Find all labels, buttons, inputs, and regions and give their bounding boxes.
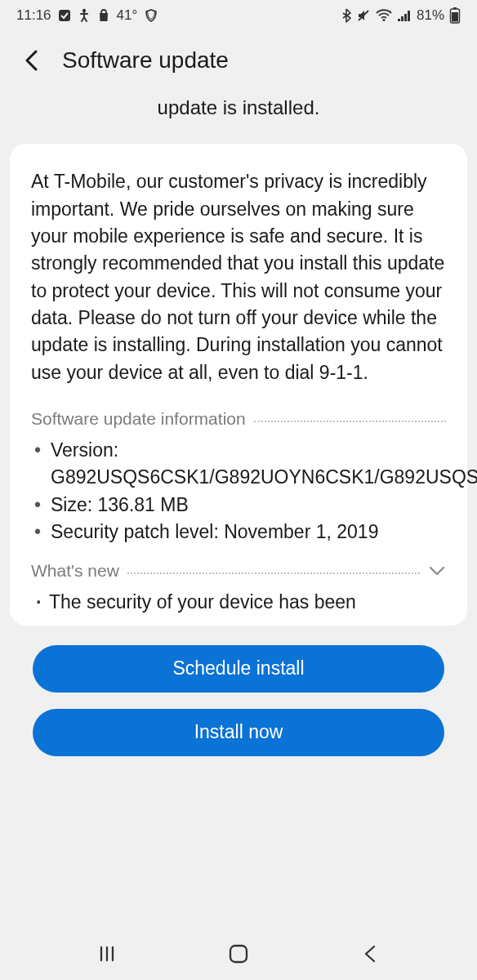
back-button[interactable] <box>20 48 44 73</box>
info-item-size: Size: 136.81 MB <box>31 492 446 519</box>
svg-point-3 <box>382 19 385 21</box>
nav-back-button[interactable] <box>354 938 386 970</box>
recents-button[interactable] <box>91 938 123 970</box>
info-item-patch: Security patch level: November 1, 2019 <box>31 519 446 546</box>
svg-rect-7 <box>404 14 407 21</box>
check-icon <box>58 9 71 22</box>
status-time: 11:16 <box>16 7 51 24</box>
whats-new-item: The security of your device has been <box>31 589 446 616</box>
svg-rect-15 <box>230 946 247 962</box>
dotted-separator <box>254 421 446 422</box>
system-nav-bar <box>0 928 477 980</box>
info-section-header: Software update information <box>31 409 446 429</box>
whats-new-label: What's new <box>31 561 119 581</box>
svg-rect-8 <box>408 11 410 21</box>
svg-rect-11 <box>452 12 458 22</box>
accessibility-icon <box>78 8 91 23</box>
dotted-separator <box>127 572 420 574</box>
bluetooth-icon <box>341 8 351 23</box>
info-section-label: Software update information <box>31 409 246 429</box>
status-temp: 41° <box>117 7 138 24</box>
battery-pct: 81% <box>417 7 444 24</box>
battery-icon <box>449 7 461 24</box>
bag-icon <box>97 8 110 23</box>
chevron-down-icon <box>428 565 446 577</box>
info-item-version: Version: G892USQS6CSK1/G892UOYN6CSK1/G89… <box>31 437 446 492</box>
svg-rect-5 <box>398 19 400 21</box>
app-header: Software update <box>0 31 477 88</box>
svg-text:+: + <box>389 9 392 14</box>
page-title: Software update <box>62 47 229 74</box>
action-buttons: Schedule install Install now <box>0 626 477 756</box>
home-button[interactable] <box>222 938 255 970</box>
schedule-install-button[interactable]: Schedule install <box>33 645 444 693</box>
mute-icon <box>356 8 371 23</box>
svg-rect-6 <box>401 16 403 21</box>
signal-icon <box>397 9 412 22</box>
status-bar: 11:16 41° + 81% <box>0 0 477 31</box>
shield-icon <box>144 8 158 23</box>
previous-card-peek: update is installed. <box>0 88 477 144</box>
svg-rect-0 <box>59 10 70 21</box>
whats-new-header[interactable]: What's new <box>31 561 446 581</box>
info-list: Version: G892USQS6CSK1/G892UOYN6CSK1/G89… <box>31 437 446 560</box>
privacy-notice: At T-Mobile, our customer's privacy is i… <box>31 168 446 386</box>
wifi-icon: + <box>376 9 392 22</box>
update-details-card: At T-Mobile, our customer's privacy is i… <box>10 144 467 625</box>
install-now-button[interactable]: Install now <box>33 709 444 756</box>
